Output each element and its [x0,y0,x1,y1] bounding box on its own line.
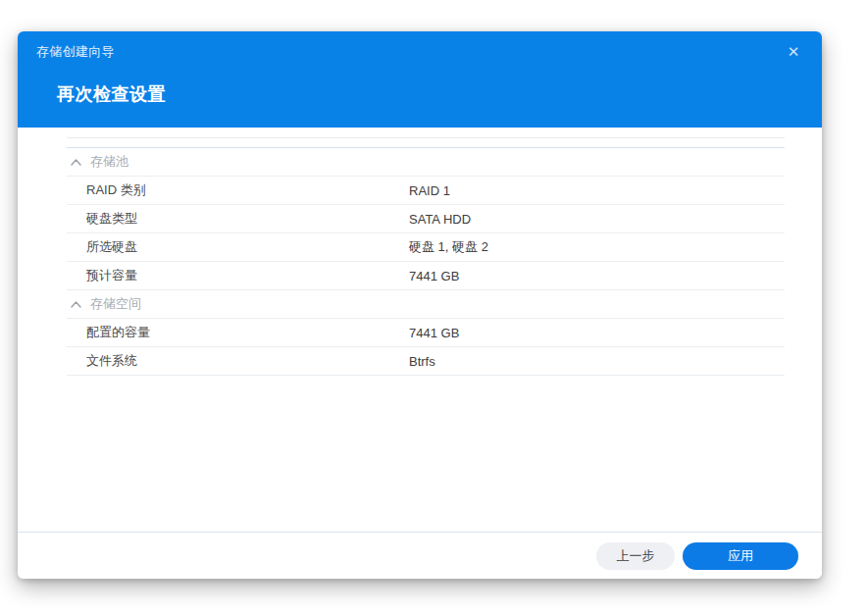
storage-wizard-dialog: 存储创建向导 再次检查设置 ✕ 存储池 RAID 类别 RAID 1 硬盘类型 … [18,31,822,579]
back-button[interactable]: 上一步 [596,542,675,570]
row-value: 7441 GB [409,269,459,283]
content-divider [67,137,785,138]
row-label: 配置的容量 [67,324,409,341]
settings-row: 所选硬盘 硬盘 1, 硬盘 2 [67,233,785,262]
dialog-footer: 上一步 应用 [18,532,822,579]
section-label: 存储空间 [90,295,141,313]
section-header[interactable]: 存储池 [67,148,785,177]
dialog-header: 存储创建向导 再次检查设置 ✕ [18,31,822,128]
settings-row: 预计容量 7441 GB [67,262,785,290]
row-value: SATA HDD [409,212,471,227]
chevron-up-icon [67,301,90,308]
row-value: Btrfs [409,354,435,369]
dialog-content: 存储池 RAID 类别 RAID 1 硬盘类型 SATA HDD 所选硬盘 硬盘… [18,128,822,532]
row-label: 预计容量 [67,267,409,284]
row-label: 所选硬盘 [67,238,409,256]
step-title: 再次检查设置 [57,82,166,106]
settings-table: 存储池 RAID 类别 RAID 1 硬盘类型 SATA HDD 所选硬盘 硬盘… [67,147,785,376]
chevron-up-icon [67,159,90,166]
apply-button[interactable]: 应用 [683,542,798,570]
close-button[interactable]: ✕ [781,38,806,64]
section-label: 存储池 [90,153,128,171]
row-label: 文件系统 [67,352,409,370]
settings-row: 配置的容量 7441 GB [67,319,785,347]
wizard-title: 存储创建向导 [36,43,115,61]
row-value: 7441 GB [409,326,459,340]
row-label: 硬盘类型 [67,210,409,228]
row-value: 硬盘 1, 硬盘 2 [409,238,488,256]
settings-row: 硬盘类型 SATA HDD [67,205,785,233]
settings-row: RAID 类别 RAID 1 [67,177,785,205]
section-header[interactable]: 存储空间 [67,290,785,319]
settings-row: 文件系统 Btrfs [67,347,785,376]
close-icon: ✕ [788,44,800,59]
row-value: RAID 1 [409,183,450,198]
row-label: RAID 类别 [67,181,409,199]
